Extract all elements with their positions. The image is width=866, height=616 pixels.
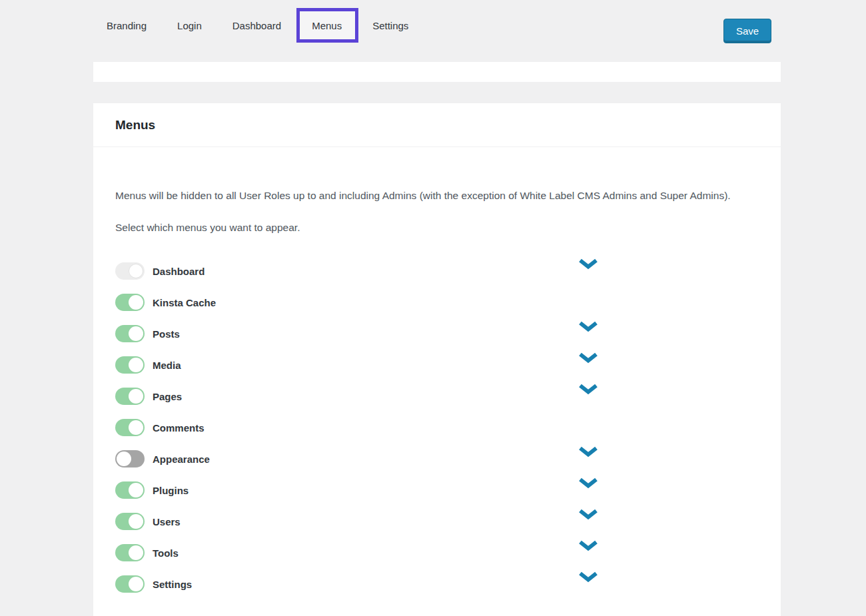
menu-row-comments: Comments xyxy=(115,419,741,436)
menu-toggle-comments[interactable] xyxy=(115,419,145,436)
menu-label: Kinsta Cache xyxy=(153,297,216,308)
tab-label: Menus xyxy=(312,20,342,31)
menu-toggle-kinsta-cache[interactable] xyxy=(115,294,145,311)
menu-row-tools: Tools xyxy=(115,544,741,561)
chevron-down-icon[interactable] xyxy=(578,571,598,583)
menu-toggle-users[interactable] xyxy=(115,513,145,530)
chevron-down-icon[interactable] xyxy=(578,321,598,332)
menu-label: Users xyxy=(153,516,181,527)
menu-row-pages: Pages xyxy=(115,388,741,405)
menu-label: Settings xyxy=(153,579,192,590)
menu-row-kinsta-cache: Kinsta Cache xyxy=(115,294,741,311)
panel-title: Menus xyxy=(115,118,155,133)
tab-label: Dashboard xyxy=(232,20,281,31)
menu-label: Media xyxy=(153,360,181,371)
menu-list: Dashboard Kinsta Cache Posts Media xyxy=(115,262,741,593)
tab-branding[interactable]: Branding xyxy=(107,19,147,33)
menus-instruction: Select which menus you want to appear. xyxy=(115,220,741,235)
menu-row-posts: Posts xyxy=(115,325,741,342)
tab-settings[interactable]: Settings xyxy=(372,19,408,33)
menu-row-plugins: Plugins xyxy=(115,481,741,499)
toggle-knob xyxy=(129,483,143,497)
tab-menus[interactable]: Menus xyxy=(312,19,342,33)
toggle-knob xyxy=(129,358,143,372)
menu-label: Dashboard xyxy=(153,266,205,277)
menu-row-settings: Settings xyxy=(115,575,741,593)
chevron-down-icon[interactable] xyxy=(578,352,598,364)
chevron-down-icon[interactable] xyxy=(578,540,598,551)
menu-toggle-pages[interactable] xyxy=(115,388,145,405)
tab-bar: Branding Login Dashboard Menus Settings xyxy=(107,19,408,33)
menu-row-appearance: Appearance xyxy=(115,450,741,467)
page: Branding Login Dashboard Menus Settings … xyxy=(0,0,866,616)
toggle-knob xyxy=(129,420,143,435)
toggle-knob xyxy=(117,452,131,466)
tab-dashboard[interactable]: Dashboard xyxy=(232,19,281,33)
toggle-knob xyxy=(129,264,143,278)
menus-description: Menus will be hidden to all User Roles u… xyxy=(115,185,741,206)
toggle-knob xyxy=(129,514,143,529)
tab-label: Settings xyxy=(372,20,408,31)
menu-toggle-settings[interactable] xyxy=(115,575,145,593)
toggle-knob xyxy=(129,389,143,404)
panel-header: Menus xyxy=(93,103,781,147)
chevron-down-icon[interactable] xyxy=(578,509,598,520)
menu-label: Comments xyxy=(153,422,205,434)
menu-row-users: Users xyxy=(115,513,741,530)
toggle-knob xyxy=(129,295,143,310)
menu-toggle-tools[interactable] xyxy=(115,544,145,561)
toggle-knob xyxy=(129,326,143,341)
menu-label: Posts xyxy=(153,328,180,340)
menu-toggle-posts[interactable] xyxy=(115,325,145,342)
toolbar-strip xyxy=(93,62,781,82)
menu-toggle-plugins[interactable] xyxy=(115,481,145,499)
menu-label: Plugins xyxy=(153,485,189,496)
chevron-down-icon[interactable] xyxy=(578,477,598,489)
chevron-down-icon[interactable] xyxy=(578,446,598,458)
tab-label: Login xyxy=(177,20,202,31)
save-button[interactable]: Save xyxy=(723,19,771,43)
menu-label: Tools xyxy=(153,547,179,559)
tab-login[interactable]: Login xyxy=(177,19,202,33)
tab-label: Branding xyxy=(107,20,147,31)
menu-toggle-appearance[interactable] xyxy=(115,450,145,467)
menu-label: Pages xyxy=(153,391,182,402)
menu-label: Appearance xyxy=(153,454,210,465)
menu-toggle-media[interactable] xyxy=(115,356,145,374)
menus-panel: Menus Menus will be hidden to all User R… xyxy=(93,103,781,616)
panel-body: Menus will be hidden to all User Roles u… xyxy=(93,185,781,593)
top-navigation: Branding Login Dashboard Menus Settings … xyxy=(0,0,866,62)
menu-row-dashboard: Dashboard xyxy=(115,262,741,280)
chevron-down-icon[interactable] xyxy=(578,384,598,395)
chevron-down-icon[interactable] xyxy=(578,258,598,270)
toggle-knob xyxy=(129,577,143,591)
menu-row-media: Media xyxy=(115,356,741,374)
menu-toggle-dashboard xyxy=(115,262,145,280)
toggle-knob xyxy=(129,545,143,560)
